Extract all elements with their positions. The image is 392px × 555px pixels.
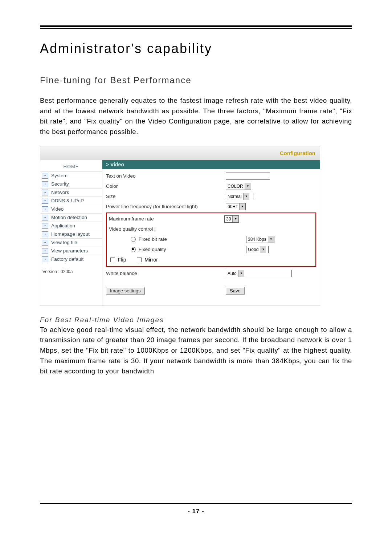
chevron-down-icon: ▼	[245, 183, 251, 190]
select-fixed-quality-value: Good	[246, 246, 260, 253]
input-text-on-video[interactable]	[226, 173, 270, 180]
sidebar-item-factory-default[interactable]: → Factory default	[40, 255, 102, 263]
sidebar-item-label: View parameters	[51, 248, 88, 254]
page-title: Administrator's capability	[40, 41, 352, 56]
sidebar-item-homepage-layout[interactable]: → Homepage layout	[40, 230, 102, 238]
radio-fixed-bitrate-label: Fixed bit rate	[139, 236, 167, 242]
checkbox-icon	[137, 258, 142, 262]
sidebar-item-application[interactable]: → Application	[40, 222, 102, 230]
arrow-right-icon: →	[42, 240, 48, 246]
label-text-on-video: Text on Video	[106, 173, 226, 179]
checkbox-icon	[110, 258, 115, 262]
chevron-down-icon: ▼	[268, 236, 274, 243]
arrow-right-icon: →	[42, 223, 48, 229]
arrow-right-icon: →	[42, 215, 48, 220]
arrow-right-icon: →	[42, 173, 48, 179]
sidebar-item-view-parameters[interactable]: → View parameters	[40, 247, 102, 255]
sidebar-item-motion-detection[interactable]: → Motion detection	[40, 213, 102, 222]
arrow-right-icon: →	[42, 256, 48, 262]
label-size: Size	[106, 194, 226, 199]
highlight-box: Maximum frame rate 30 ▼ Video quality co…	[106, 212, 316, 267]
arrow-right-icon: →	[42, 190, 48, 195]
sidebar-item-security[interactable]: → Security	[40, 180, 102, 188]
top-divider	[40, 25, 352, 29]
sidebar-item-view-log-file[interactable]: → View log file	[40, 238, 102, 247]
select-max-frame-rate-value: 30	[225, 216, 232, 222]
config-header-label: Configuration	[40, 146, 320, 160]
sidebar-item-label: Network	[51, 190, 69, 195]
config-content: > Video Text on Video Color COLOR ▼	[102, 160, 320, 305]
select-fixed-quality[interactable]: Good ▼	[246, 246, 269, 253]
select-fixed-bitrate[interactable]: 384 Kbps ▼	[246, 236, 274, 243]
arrow-right-icon: →	[42, 206, 48, 212]
select-color[interactable]: COLOR ▼	[226, 183, 251, 190]
sidebar-item-system[interactable]: → System	[40, 171, 102, 180]
sidebar-home[interactable]: HOME	[40, 160, 102, 171]
config-sidebar: HOME → System → Security → Network → DDN…	[40, 160, 102, 305]
realtime-heading: For Best Real-time Video Images	[40, 316, 352, 324]
sidebar-item-network[interactable]: → Network	[40, 188, 102, 197]
sidebar-item-label: Motion detection	[51, 215, 87, 220]
label-max-frame-rate: Maximum frame rate	[109, 216, 224, 222]
radio-fixed-bitrate[interactable]: Fixed bit rate	[109, 236, 246, 242]
sidebar-item-label: Video	[51, 206, 64, 212]
sidebar-item-label: View log file	[51, 240, 77, 245]
config-screenshot: Configuration HOME → System → Security →…	[40, 146, 320, 306]
bottom-divider	[40, 501, 352, 504]
radio-fixed-quality[interactable]: Fixed quality	[109, 247, 246, 252]
select-white-balance[interactable]: Auto ▼	[226, 270, 292, 277]
checkbox-flip[interactable]: Flip	[110, 257, 126, 263]
chevron-down-icon: ▼	[238, 270, 244, 277]
sidebar-item-video[interactable]: → Video	[40, 205, 102, 213]
select-size-value: Normal	[226, 193, 243, 200]
select-fixed-bitrate-value: 384 Kbps	[246, 236, 268, 243]
chevron-down-icon: ▼	[232, 216, 238, 222]
sidebar-item-label: Security	[51, 181, 69, 187]
sidebar-item-label: DDNS & UPnP	[51, 198, 84, 203]
select-freq-value: 60Hz	[226, 203, 239, 210]
checkbox-mirror-label: Mirror	[144, 257, 158, 263]
radio-fixed-quality-label: Fixed quality	[139, 247, 166, 252]
sidebar-item-ddns-upnp[interactable]: → DDNS & UPnP	[40, 197, 102, 205]
select-max-frame-rate[interactable]: 30 ▼	[224, 215, 239, 223]
label-color: Color	[106, 183, 226, 189]
chevron-down-icon: ▼	[260, 246, 266, 253]
page-number: - 17 -	[40, 508, 352, 515]
chevron-down-icon: ▼	[239, 203, 245, 210]
label-video-quality-control: Video quality control :	[109, 226, 224, 232]
section-subtitle: Fine-tuning for Best Performance	[40, 75, 352, 85]
checkbox-mirror[interactable]: Mirror	[137, 257, 158, 263]
realtime-paragraph: To achieve good real-time visual effect,…	[40, 325, 352, 377]
radio-icon-selected	[131, 247, 136, 252]
image-settings-button[interactable]: Image settings	[106, 287, 145, 295]
arrow-right-icon: →	[42, 248, 48, 254]
sidebar-item-label: Application	[51, 223, 75, 228]
select-size[interactable]: Normal ▼	[226, 193, 253, 200]
chevron-down-icon: ▼	[243, 193, 249, 200]
sidebar-version: Version : 0200a	[40, 263, 102, 276]
radio-icon	[131, 237, 136, 242]
arrow-right-icon: →	[42, 231, 48, 237]
select-white-balance-value: Auto	[226, 270, 238, 277]
checkbox-flip-label: Flip	[118, 257, 126, 263]
sidebar-item-label: Homepage layout	[51, 231, 90, 237]
intro-paragraph: Best performance generally equates to th…	[40, 96, 352, 137]
content-banner: > Video	[102, 160, 320, 169]
sidebar-item-label: System	[51, 173, 68, 178]
select-color-value: COLOR	[226, 183, 245, 190]
select-freq[interactable]: 60Hz ▼	[226, 203, 246, 210]
arrow-right-icon: →	[42, 198, 48, 204]
save-button[interactable]: Save	[226, 287, 245, 295]
label-white-balance: White balance	[106, 271, 226, 276]
label-freq: Power line frequency (for fluorescent li…	[106, 204, 226, 209]
arrow-right-icon: →	[42, 181, 48, 187]
sidebar-item-label: Factory default	[51, 256, 83, 262]
